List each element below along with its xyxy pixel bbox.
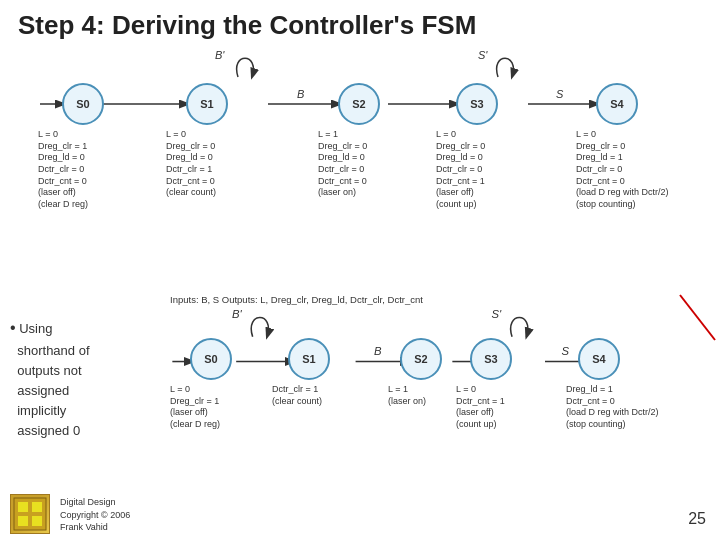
footer-text: Digital Design Copyright © 2006 Frank Va… (60, 496, 130, 534)
bot-label-s2: L = 1 (laser on) (388, 384, 426, 407)
bullet-line3: assigned (17, 383, 69, 398)
bullet-using: Using (19, 321, 52, 336)
page: Step 4: Deriving the Controller's FSM B'… (0, 0, 720, 540)
bottom-fsm-diagram: B' S' B S (170, 308, 710, 483)
svg-text:B: B (297, 88, 304, 100)
top-label-s2: L = 1 Dreg_clr = 0 Dreg_ld = 0 Dctr_clr … (318, 129, 367, 199)
footer-line1: Digital Design (60, 496, 130, 509)
top-state-s3: S3 (456, 83, 498, 125)
inputs-label: Inputs: B, S Outputs: L, Dreg_clr, Dreg_… (170, 294, 423, 305)
svg-text:S: S (561, 345, 569, 357)
svg-rect-23 (32, 516, 42, 526)
svg-text:B: B (374, 345, 382, 357)
svg-rect-22 (18, 516, 28, 526)
top-state-s2: S2 (338, 83, 380, 125)
footer-logo (10, 494, 50, 534)
svg-text:B': B' (215, 49, 225, 61)
svg-rect-20 (18, 502, 28, 512)
svg-text:S': S' (478, 49, 488, 61)
bot-state-s2: S2 (400, 338, 442, 380)
footer: Digital Design Copyright © 2006 Frank Va… (10, 494, 130, 534)
bullet-line5: assigned 0 (17, 423, 80, 438)
top-state-s4: S4 (596, 83, 638, 125)
svg-rect-21 (32, 502, 42, 512)
svg-text:B': B' (232, 308, 243, 320)
bot-state-s0: S0 (190, 338, 232, 380)
top-state-s1: S1 (186, 83, 228, 125)
bot-label-s1: Dctr_clr = 1 (clear count) (272, 384, 322, 407)
bullet-content: • Using shorthand of outputs not assigne… (10, 316, 90, 442)
footer-line3: Frank Vahid (60, 521, 130, 534)
bullet-line1: shorthand of (17, 343, 89, 358)
footer-line2: Copyright © 2006 (60, 509, 130, 522)
bot-label-s0: L = 0 Dreg_clr = 1 (laser off) (clear D … (170, 384, 220, 431)
top-state-s0: S0 (62, 83, 104, 125)
top-label-s4: L = 0 Dreg_clr = 0 Dreg_ld = 1 Dctr_clr … (576, 129, 669, 211)
bot-state-s4: S4 (578, 338, 620, 380)
top-fsm-diagram: B' S' B S (18, 47, 702, 247)
bot-state-s1: S1 (288, 338, 330, 380)
bullet-line2: outputs not (17, 363, 81, 378)
top-label-s3: L = 0 Dreg_clr = 0 Dreg_ld = 0 Dctr_clr … (436, 129, 485, 211)
top-fsm: B' S' B S (18, 47, 702, 247)
svg-text:S: S (556, 88, 564, 100)
page-number: 25 (688, 510, 706, 528)
bot-label-s4: Dreg_ld = 1 Dctr_cnt = 0 (load D reg wit… (566, 384, 659, 431)
top-label-s1: L = 0 Dreg_clr = 0 Dreg_ld = 0 Dctr_clr … (166, 129, 216, 199)
bot-label-s3: L = 0 Dctr_cnt = 1 (laser off) (count up… (456, 384, 505, 431)
bot-state-s3: S3 (470, 338, 512, 380)
page-title: Step 4: Deriving the Controller's FSM (18, 10, 702, 41)
svg-text:S': S' (491, 308, 502, 320)
top-label-s0: L = 0 Dreg_clr = 1 Dreg_ld = 0 Dctr_clr … (38, 129, 88, 211)
bullet-line4: implicitly (17, 403, 66, 418)
